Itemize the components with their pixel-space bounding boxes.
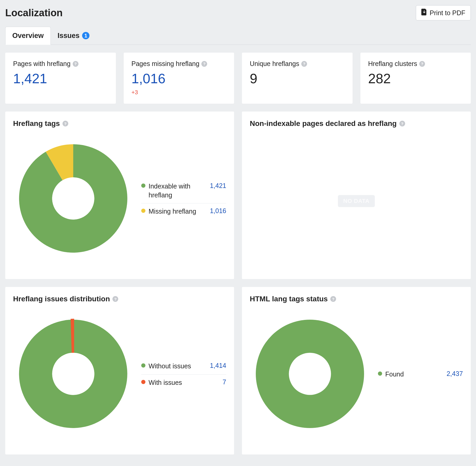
tab-overview[interactable]: Overview [5, 27, 51, 45]
legend-label: With issues [149, 378, 219, 387]
legend-label: Indexable with hreflang [149, 182, 207, 200]
metric-label: Pages with hreflang ? [13, 60, 108, 68]
chart-title: HTML lang tags status ? [250, 295, 463, 303]
metric-pages-missing-hreflang[interactable]: Pages missing hreflang ? 1,016 +3 [124, 53, 234, 104]
svg-point-0 [52, 177, 94, 220]
metric-pages-with-hreflang[interactable]: Pages with hreflang ? 1,421 [5, 53, 116, 104]
tab-issues-label: Issues [58, 32, 80, 40]
legend-dot-icon [141, 209, 145, 213]
donut-chart[interactable] [250, 314, 370, 435]
metric-value: 9 [250, 71, 345, 86]
issues-count-badge: 1 [82, 32, 89, 39]
legend-value[interactable]: 7 [223, 378, 226, 386]
tabs: Overview Issues 1 [5, 27, 471, 45]
chart-legend: Found 2,437 [378, 366, 463, 382]
metric-value: 282 [368, 71, 463, 86]
legend-item[interactable]: Missing hreflang 1,016 [141, 203, 226, 220]
legend-item[interactable]: Without issues 1,414 [141, 358, 226, 375]
legend-dot-icon [141, 184, 145, 188]
tab-overview-label: Overview [12, 32, 44, 40]
help-icon[interactable]: ? [73, 61, 78, 67]
help-icon[interactable]: ? [112, 296, 118, 302]
metric-hreflang-clusters[interactable]: Hreflang clusters ? 282 [360, 53, 471, 104]
chart-html-lang-tags: HTML lang tags status ? Found 2,437 [242, 287, 471, 454]
metric-value[interactable]: 1,016 [132, 71, 226, 86]
svg-point-3 [289, 353, 331, 395]
chart-hreflang-tags: Hreflang tags ? Indexable wi [5, 112, 234, 279]
legend-label: Found [385, 370, 443, 379]
tab-issues[interactable]: Issues 1 [51, 27, 96, 45]
help-icon[interactable]: ? [201, 61, 207, 67]
help-icon[interactable]: ? [330, 296, 336, 302]
metric-label: Hreflang clusters ? [368, 60, 463, 68]
legend-item[interactable]: Indexable with hreflang 1,421 [141, 178, 226, 204]
chart-legend: Without issues 1,414 With issues 7 [141, 358, 226, 391]
legend-dot-icon [378, 371, 382, 376]
svg-point-1 [52, 353, 94, 395]
chart-title: Hreflang tags ? [13, 119, 226, 128]
metrics-row: Pages with hreflang ? 1,421 Pages missin… [5, 53, 471, 104]
metric-unique-hreflangs[interactable]: Unique hreflangs ? 9 [242, 53, 353, 104]
metric-delta: +3 [132, 89, 226, 96]
legend-label: Missing hreflang [149, 207, 207, 216]
help-icon[interactable]: ? [419, 61, 425, 67]
chart-title: Hreflang issues distribution ? [13, 295, 226, 303]
donut-chart[interactable] [13, 138, 133, 260]
legend-item[interactable]: Found 2,437 [378, 366, 463, 382]
legend-dot-icon [141, 363, 145, 368]
legend-value[interactable]: 1,421 [210, 182, 226, 190]
download-icon [421, 9, 427, 17]
legend-value[interactable]: 1,414 [210, 362, 226, 369]
page-title: Localization [5, 7, 63, 19]
chart-non-indexable-hreflang: Non-indexable pages declared as hreflang… [242, 112, 471, 279]
legend-value[interactable]: 2,437 [446, 370, 463, 378]
metric-label: Pages missing hreflang ? [132, 60, 226, 68]
legend-label: Without issues [149, 362, 207, 371]
help-icon[interactable]: ? [63, 121, 68, 126]
print-to-pdf-label: Print to PDF [430, 9, 465, 17]
legend-item[interactable]: With issues 7 [141, 375, 226, 391]
no-data-badge: NO DATA [338, 195, 375, 207]
chart-hreflang-issues-distribution: Hreflang issues distribution ? [5, 287, 234, 454]
legend-dot-icon [141, 380, 145, 384]
metric-label: Unique hreflangs ? [250, 60, 345, 68]
chart-legend: Indexable with hreflang 1,421 Missing hr… [141, 178, 226, 220]
legend-value[interactable]: 1,016 [210, 207, 226, 215]
help-icon[interactable]: ? [301, 61, 307, 67]
help-icon[interactable]: ? [399, 121, 405, 126]
chart-title: Non-indexable pages declared as hreflang… [250, 119, 463, 128]
print-to-pdf-button[interactable]: Print to PDF [416, 5, 471, 20]
donut-chart[interactable] [13, 314, 133, 435]
metric-value[interactable]: 1,421 [13, 71, 108, 86]
